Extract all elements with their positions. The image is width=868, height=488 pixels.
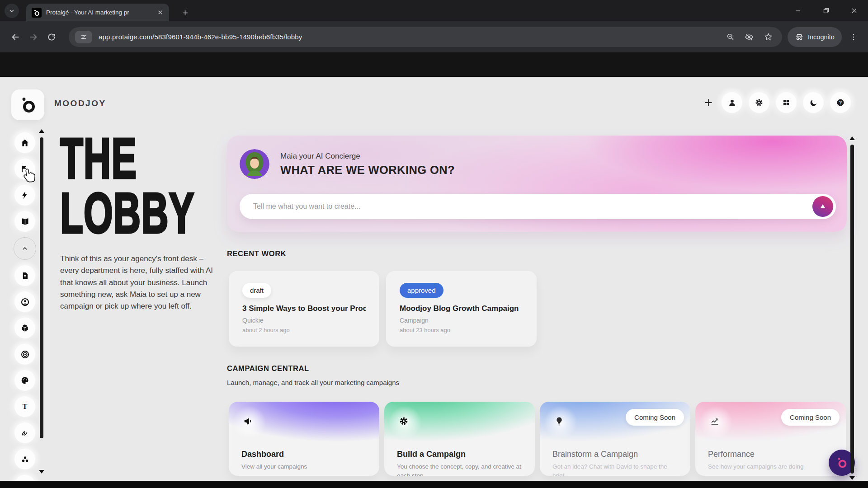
recent-card-type: Quickie [242,317,366,324]
status-badge: draft [242,283,271,298]
back-button[interactable] [6,28,24,46]
preview-hidden-button[interactable] [741,29,757,45]
reload-button[interactable] [42,28,61,46]
lightbulb-icon [554,416,564,426]
sidebar-item-brand-kit[interactable] [14,370,35,391]
signature-icon [20,428,30,438]
campaign-card-subtitle: See how your campaigns are doing [708,462,835,471]
workspace-name: MOODJOY [54,99,106,108]
browser-menu-button[interactable] [844,28,863,46]
scroll-down-arrow-icon[interactable] [849,476,855,480]
incognito-badge: Incognito [788,27,842,47]
chart-trend-icon [710,416,720,426]
campaign-card-dashboard[interactable]: Dashboard View all your campaigns [229,402,379,476]
reload-icon [47,33,56,42]
grid-icon [782,99,790,107]
svg-text:?: ? [839,100,842,105]
settings-button[interactable] [749,92,769,113]
sidebar-collapse-button[interactable] [14,237,36,260]
protaige-favicon-icon [32,8,42,18]
sidebar-item-team[interactable] [14,449,35,469]
recent-card-title: 3 Simple Ways to Boost your Produ… [242,304,366,313]
page-scrollbar-thumb[interactable] [850,145,854,474]
create-prompt-bar [240,194,836,219]
campaign-central-subtitle: Launch, manage, and track all your marke… [227,379,399,386]
app-logo-button[interactable] [11,89,44,120]
recent-card-draft[interactable]: draft 3 Simple Ways to Boost your Produ…… [229,271,379,347]
browser-tab[interactable]: Protaigé - Your AI marketing pr [26,4,169,21]
scroll-down-arrow-icon[interactable] [39,470,44,474]
window-close-button[interactable] [840,0,868,21]
profile-button[interactable] [722,92,742,113]
add-button[interactable] [702,96,715,109]
book-icon [20,217,30,226]
scroll-up-arrow-icon[interactable] [849,136,855,140]
recent-card-approved[interactable]: approved Moodjoy Blog Growth Campaign Ca… [386,271,537,347]
help-button[interactable]: ? [830,92,851,113]
page-bottom-dark-band [0,481,868,488]
tab-title: Protaigé - Your AI marketing pr [46,9,146,16]
sidebar-item-brand-targets[interactable] [14,344,35,365]
sidebar-item-quick-actions[interactable] [14,185,35,206]
scroll-up-arrow-icon[interactable] [39,129,44,133]
sidebar-item-account[interactable] [14,291,35,312]
page-title-line2: LOBBY [60,186,195,240]
plus-icon [703,97,714,108]
sidebar-item-projects[interactable] [14,159,35,179]
campaign-card-subtitle: View all your campaigns [241,462,369,471]
maia-avatar [240,149,269,179]
recent-card-type: Campaign [400,317,523,324]
window-restore-button[interactable] [812,0,840,21]
sidebar-item-library[interactable] [14,211,35,232]
app-header: MOODJOY ? [0,89,868,120]
tab-close-icon[interactable] [157,9,164,16]
address-bar[interactable]: app.protaige.com/583f9601-944b-462e-bb95… [69,27,782,47]
coming-soon-badge: Coming Soon [626,409,684,426]
back-arrow-icon [10,32,20,42]
target-icon [20,350,30,359]
url-text[interactable]: app.protaige.com/583f9601-944b-462e-bb95… [99,33,719,41]
window-minimize-button[interactable] [784,0,812,21]
sidebar-item-media[interactable] [14,475,35,481]
forward-button[interactable] [24,28,42,46]
page-description: Think of this as your agency's front des… [60,253,224,313]
account-circle-icon [20,297,30,307]
sidebar-item-typography[interactable]: T [14,396,35,417]
header-actions: ? [702,92,851,113]
browser-tabstrip: Protaigé - Your AI marketing pr [0,0,868,21]
new-tab-button[interactable] [178,6,192,19]
site-settings-button[interactable] [75,31,92,43]
campaign-card-subtitle: You choose the concept, copy, and creati… [397,462,524,476]
create-prompt-input[interactable] [253,202,812,211]
campaign-card-title: Dashboard [241,450,284,459]
eye-off-icon [745,33,754,42]
sidebar-item-home[interactable] [14,132,35,153]
question-icon: ? [836,98,845,107]
window-controls [784,0,868,21]
campaign-card-performance: Coming Soon Performance See how your cam… [695,402,846,476]
sidebar-item-products[interactable] [14,318,35,338]
sidebar-scrollbar-thumb[interactable] [40,137,43,438]
chevron-up-icon [20,244,29,253]
campaign-central-label: CAMPAIGN CENTRAL [227,364,309,373]
campaign-card-build[interactable]: Build a Campaign You choose the concept,… [384,402,535,476]
send-button[interactable] [812,196,833,217]
bookmark-button[interactable] [760,29,776,45]
star-icon [764,33,773,41]
coming-soon-badge: Coming Soon [781,409,840,426]
tune-icon [80,33,87,41]
tab-search-button[interactable] [5,4,19,18]
lobby-page: MOODJOY ? [0,77,868,481]
plus-icon [181,9,189,17]
sidebar-item-signature[interactable] [14,422,35,443]
projects-flag-icon [20,164,29,174]
sidebar: T [14,132,35,481]
dark-mode-button[interactable] [803,92,824,113]
incognito-icon [795,33,804,42]
zoom-out-button[interactable] [722,29,738,45]
apps-button[interactable] [776,92,797,113]
send-arrow-icon [818,202,827,211]
concierge-name: Maia your AI Concierge [280,152,360,161]
recent-work-label: RECENT WORK [227,249,286,258]
sidebar-item-documents[interactable] [14,265,35,286]
